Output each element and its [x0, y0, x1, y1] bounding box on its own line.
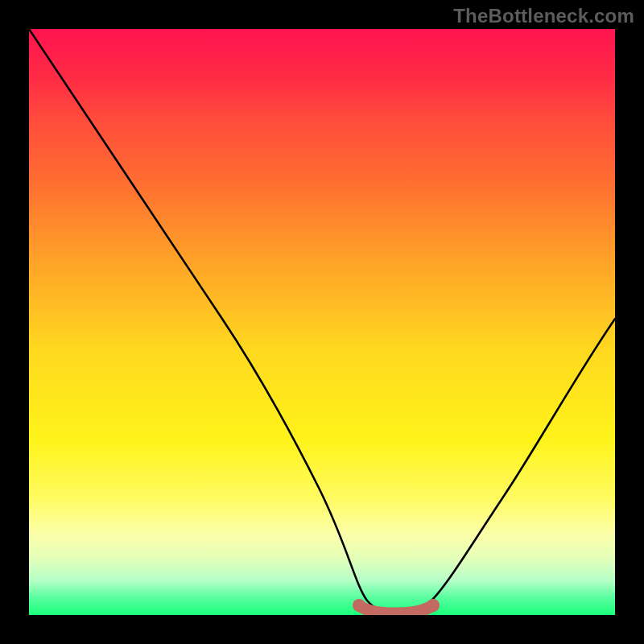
plot-area: [29, 29, 615, 615]
curve-line: [29, 29, 615, 613]
trough-start-dot: [353, 599, 365, 612]
trough-highlight: [359, 605, 433, 613]
bottleneck-curve: [29, 29, 615, 615]
trough-end-dot: [427, 599, 440, 612]
chart-frame: TheBottleneck.com: [0, 0, 644, 644]
attribution-label: TheBottleneck.com: [453, 5, 634, 27]
